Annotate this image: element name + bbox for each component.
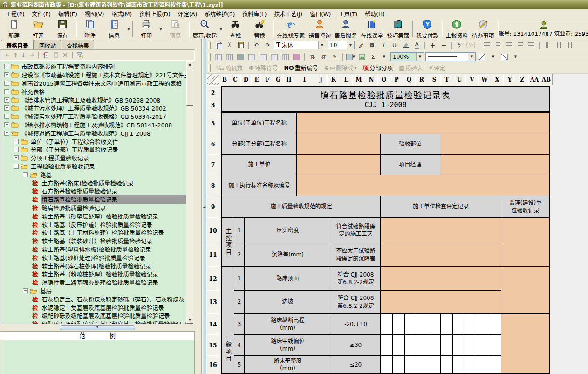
valign-middle-button[interactable] <box>554 41 563 50</box>
tree-item[interactable]: 检湿隐性黄土路基强夯处理检验批质量检验记录 <box>0 278 193 287</box>
column-header-W[interactable]: W <box>478 74 491 85</box>
tree-item[interactable]: +分部（子分部）工程质量验收记录 <box>0 145 193 154</box>
menu-item-13[interactable]: 帮助(H) <box>361 9 388 19</box>
align-left-button[interactable] <box>493 41 503 50</box>
cell-measure-r16-4[interactable] <box>417 355 429 374</box>
tree-item-label[interactable]: 《城市污水处理厂工程质量验收规范》GB 50334-2002 <box>21 104 167 112</box>
cell-measure-r14-9[interactable] <box>477 313 489 335</box>
line-spacing-increase-button[interactable]: ⇅ <box>308 52 317 62</box>
font-size-select[interactable]: 10▼ <box>328 41 355 49</box>
tree-item[interactable]: +单位（子单位）工程综合验收文件 <box>0 137 193 145</box>
tree-item[interactable]: −基层 <box>0 287 193 295</box>
tree-item-label[interactable]: 软土路基（粉喷桩处理）检验批质量检验记录 <box>41 270 159 278</box>
cell-item-criteria-5[interactable]: -20,+10 <box>331 313 381 335</box>
column-header-B[interactable]: B <box>219 74 230 85</box>
column-header-M[interactable]: M <box>352 74 365 85</box>
todo-button[interactable]: 待办事项 <box>470 19 496 39</box>
tree-item[interactable]: +补充表格 <box>0 87 193 96</box>
cell-item-criteria-2[interactable]: 不应大于试验路 段确定的沉降差 <box>331 243 381 267</box>
cell-standard-name-value[interactable] <box>296 175 550 196</box>
zoom-select[interactable]: 100%▼ <box>390 52 424 61</box>
menu-item-4[interactable]: 视图(V) <box>81 9 108 19</box>
expander-icon[interactable]: + <box>4 97 9 103</box>
lock-cell-icon[interactable] <box>292 52 301 62</box>
expander-icon[interactable]: + <box>14 139 19 144</box>
menu-item-8[interactable]: 系统维护(S) <box>201 9 239 19</box>
splitter-collapse-handle[interactable]: ▼ <box>60 325 135 330</box>
tree-item-label[interactable]: 补充表格 <box>21 87 46 96</box>
superscript-button[interactable]: b² <box>455 41 465 50</box>
tree-item[interactable]: +《城镇污水处理厂工程质量验收表格》GB 50334-2017 <box>0 112 193 121</box>
toolbar-grip[interactable] <box>208 53 211 61</box>
delete-column-button[interactable] <box>269 52 279 62</box>
diagonal-line-dropdown-icon[interactable]: ▼ <box>488 52 498 62</box>
cell-item-criteria-4[interactable]: 符合 CJJ-2008 第6.8.2-2规定 <box>331 290 381 314</box>
expander-icon[interactable]: − <box>23 288 28 293</box>
cell-item-name-5[interactable]: 路床纵断高程 （mm） <box>244 313 331 335</box>
row-header-5[interactable]: 5 <box>206 112 219 134</box>
tree-item-label[interactable]: 软土路基（土工材料处理）检验批质量检验记录 <box>41 228 165 237</box>
scrollbar-thumb[interactable] <box>186 69 193 106</box>
cell-measure-r16-7[interactable] <box>452 355 465 374</box>
link-button[interactable]: ✎ <box>330 52 340 62</box>
cell-check-r11[interactable] <box>380 243 501 267</box>
underline-button[interactable]: U <box>390 41 399 50</box>
cell-subdivision-value[interactable] <box>296 134 381 155</box>
cell-standard-name-label[interactable]: 施工执行标准名称及编号 <box>222 175 297 196</box>
cell-measure-r14-10[interactable] <box>489 313 501 335</box>
tree-item-label[interactable]: 湖南省2015建筑工程各类往来文函中适用湖南市政工程的表格 <box>21 79 183 88</box>
cell-item-name-7[interactable]: 路床平整度 （mm） <box>244 355 331 374</box>
column-header-F[interactable]: F <box>262 74 273 85</box>
insert-column-button[interactable] <box>258 52 268 62</box>
cell-measure-r14-7[interactable] <box>452 313 465 335</box>
cell-item-name-4[interactable]: 边坡 <box>244 290 331 314</box>
tree-item[interactable]: +湖南省2015建筑工程各类往来文函中适用湖南市政工程的表格 <box>0 79 193 88</box>
filter-icon[interactable] <box>77 52 84 59</box>
cell-measure-r16-2[interactable] <box>392 355 405 374</box>
column-header-I[interactable]: I <box>294 74 315 85</box>
expander-icon[interactable]: − <box>14 164 19 169</box>
column-header-AB[interactable]: AB <box>540 74 553 85</box>
cell-measure-r16-5[interactable] <box>429 355 441 374</box>
row-header-16[interactable]: 16 <box>206 355 219 374</box>
tree-item-label[interactable]: 湿隐性黄土路基强夯处理检验批质量检验记录 <box>41 278 159 287</box>
add-node-icon[interactable] <box>43 52 50 59</box>
person-blue-button[interactable]: 售后服务 <box>333 19 359 39</box>
ie-button[interactable]: e在线找专家 <box>275 19 307 39</box>
expander-icon[interactable]: − <box>23 172 28 177</box>
cut-button[interactable] <box>225 41 234 50</box>
attach-button[interactable]: 附件 <box>78 19 102 39</box>
column-header-S[interactable]: S <box>428 74 441 85</box>
tree-item-label[interactable]: 《给水排水构筑物工程施工及验收规范》GB 50141-2008 <box>21 120 173 129</box>
cell-measure-r15-3[interactable] <box>404 334 417 356</box>
book-blue-button[interactable]: 在线课堂 <box>359 19 385 39</box>
expander-icon[interactable]: + <box>4 72 9 77</box>
column-header-P[interactable]: P <box>390 74 403 85</box>
tree-item-label[interactable]: 市政基础设施工程档案资料内容排列 <box>21 62 116 71</box>
merge-cells-button[interactable] <box>236 52 246 62</box>
tree-item-label[interactable]: 土方路基(路床)检验批质量检验记录 <box>41 179 135 187</box>
column-header-R[interactable]: R <box>415 74 428 85</box>
column-header-U[interactable]: U <box>453 74 466 85</box>
cell-project-manager-value[interactable] <box>440 154 550 175</box>
replace-button[interactable]: 替换 <box>247 19 272 39</box>
cell-item-name-3[interactable]: 路床顶面 <box>244 266 331 291</box>
cell-measure-r15-8[interactable] <box>465 334 477 356</box>
cell-item-name-6[interactable]: 路床中线偏位 （mm） <box>244 334 331 356</box>
diagonal-line2-dropdown-icon[interactable]: ▼ <box>511 52 520 62</box>
cell-check-r13[interactable] <box>380 290 501 314</box>
tree-item-label[interactable]: 级配碎石及级配碎砾石基层和底基层检验批质量检验记录 <box>41 319 189 324</box>
tree-item-label[interactable]: 石灰稳定土、石灰粉煤灰稳定砂砾（碎石）、石灰粉煤灰 <box>41 295 185 304</box>
cell-measure-r14-2[interactable] <box>392 313 405 335</box>
font-family-select[interactable]: T 宋体▼ <box>274 41 326 49</box>
dropdown-icon[interactable]: ▼ <box>354 66 356 70</box>
tree-item[interactable]: +《给水排水构筑物工程施工及验收规范》GB 50141-2008 <box>0 121 193 129</box>
tree-item-label[interactable]: 路基 <box>39 170 53 179</box>
expander-icon[interactable]: + <box>4 81 9 86</box>
menu-item-5[interactable]: 格式(M) <box>108 9 136 19</box>
cell-item-no-1[interactable]: 1 <box>234 217 245 243</box>
tree-item-label[interactable]: 软土路基(塑料排水板)检验批质量检验记录 <box>41 245 152 254</box>
tab-2[interactable]: 回收站 <box>34 40 61 49</box>
tree-item[interactable]: 检级配碎石及级配碎砾石基层和底基层检验批质量检验记录 <box>0 320 193 324</box>
cell-construction-unit-label[interactable]: 施工单位 <box>222 154 297 175</box>
